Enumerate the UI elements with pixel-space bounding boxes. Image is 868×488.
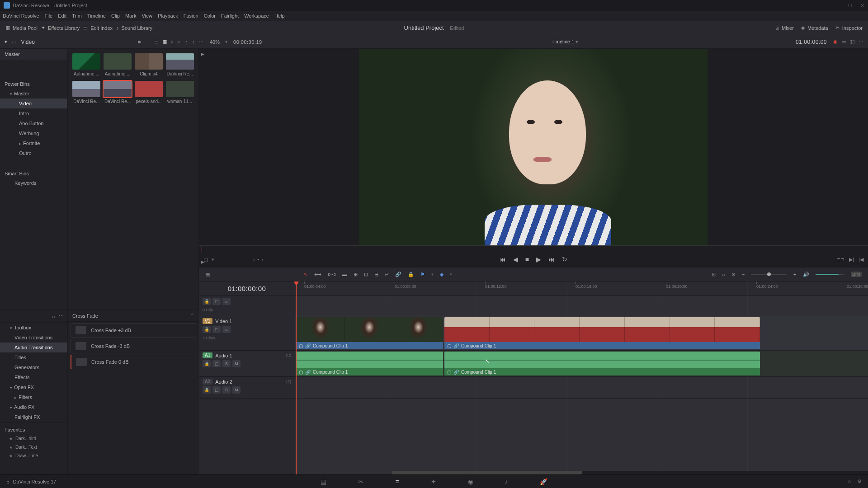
timeline-tracks[interactable]: 01:00:04:0001:00:08:0001:00:12:0001:00:1… — [295, 282, 868, 474]
flag-tool[interactable]: ⚑ — [420, 272, 425, 277]
fx-item[interactable]: Cross Fade 0 dB — [71, 355, 196, 369]
clip-v1-1[interactable]: ▢🔗Compound Clip 1 — [296, 317, 443, 349]
mixer-toggle[interactable]: ⎚Mixer — [776, 25, 794, 31]
step-fwd-button[interactable]: ⏭ — [548, 256, 555, 263]
bypass-icon[interactable]: ◉ — [833, 39, 838, 45]
clip-thumb[interactable]: Clip.mp4 — [135, 53, 163, 76]
track-v2[interactable] — [295, 296, 868, 316]
zoom-full-icon[interactable]: ⊙ — [731, 272, 736, 277]
lock-tool[interactable]: 🔒 — [408, 272, 414, 277]
auto-select-v2[interactable]: ▢ — [212, 298, 221, 305]
project-manager-icon[interactable]: ⌂ — [848, 479, 851, 484]
next-edit-icon[interactable]: › — [262, 257, 263, 262]
window-close[interactable]: ✕ — [860, 3, 864, 9]
play-button[interactable]: ▶ — [536, 256, 541, 263]
in-out-icon[interactable]: ⊏⊐ — [836, 257, 844, 263]
track-head-v2[interactable]: 🔒▢▭ 0 Clip — [199, 296, 295, 316]
menu-edit[interactable]: Edit — [58, 13, 66, 19]
options-icon[interactable]: ⋯ — [859, 39, 863, 45]
bin-dropdown[interactable]: ▾ — [5, 39, 7, 45]
clip-thumb[interactable]: Aufnahme ... — [72, 53, 101, 76]
go-in-icon[interactable]: ▶| — [849, 257, 854, 263]
viewer-image[interactable] — [359, 49, 708, 245]
metadata-toggle[interactable]: ◈Metadata — [801, 25, 828, 31]
viewer-zoom[interactable]: 40% — [210, 39, 220, 45]
go-out-icon[interactable]: |◀ — [859, 257, 863, 263]
menu-help[interactable]: Help — [274, 13, 285, 19]
media-page[interactable]: ▦ — [321, 478, 326, 485]
clip-a1-1[interactable]: ▢🔗Compound Clip 1 — [296, 352, 443, 375]
favorite-item[interactable]: Draw...Line — [0, 451, 67, 460]
bin-outro[interactable]: Outro — [0, 148, 67, 158]
inspector-toggle[interactable]: ✂Inspector — [835, 25, 863, 31]
favorite-item[interactable]: Dark...hird — [0, 434, 67, 443]
menu-davinci-resolve[interactable]: DaVinci Resolve — [3, 13, 39, 19]
mute-a2[interactable]: M — [232, 386, 241, 394]
sort-icon[interactable]: ↕ — [193, 39, 195, 45]
timeline-name-dropdown[interactable]: Timeline 1 ▾ — [552, 39, 578, 45]
menu-clip[interactable]: Clip — [111, 13, 120, 19]
step-back-button[interactable]: ◀ — [513, 256, 518, 263]
volume-icon[interactable]: 🔊 — [803, 272, 809, 277]
timeline-hscroll[interactable] — [392, 471, 868, 474]
selection-tool[interactable]: ↖ — [304, 272, 308, 277]
toolbox-section[interactable]: Toolbox — [0, 323, 67, 333]
view-list-icon[interactable]: ≡ — [170, 39, 173, 45]
bin-video[interactable]: Video — [0, 99, 67, 108]
snap-tool[interactable]: ⊡ — [712, 272, 716, 277]
effects-library-toggle[interactable]: ✦ Effects Library — [41, 25, 80, 31]
edit-page[interactable]: ≡ — [395, 478, 399, 485]
sound-library-toggle[interactable]: ♪ Sound Library — [116, 25, 152, 31]
mute-v2[interactable]: ▭ — [222, 298, 231, 305]
view-thumb-icon[interactable]: ▦ — [162, 39, 167, 45]
solo-a2[interactable]: S — [222, 386, 231, 394]
trim-tool[interactable]: ⟷ — [314, 272, 321, 277]
menu-mark[interactable]: Mark — [125, 13, 136, 19]
bin-abo-button[interactable]: Abo Button — [0, 118, 67, 128]
bin-fortnite[interactable]: Fortnite — [0, 138, 67, 148]
favorite-item[interactable]: Dark...Text — [0, 443, 67, 451]
insert-tool[interactable]: ⊞ — [354, 272, 358, 277]
menu-workspace[interactable]: Workspace — [244, 13, 269, 19]
lock-a2[interactable]: 🔒 — [203, 386, 211, 394]
clip-v1-2[interactable]: ▢🔗Compound Clip 1 — [444, 317, 760, 349]
fx-cat-video-transitions[interactable]: Video Transitions — [0, 333, 67, 343]
fx-category-header[interactable]: Cross Fade⌃ — [68, 310, 199, 322]
go-start-button[interactable]: ⏮ — [500, 256, 506, 263]
menu-color[interactable]: Color — [204, 13, 216, 19]
clip-thumb[interactable]: pexels-and... — [135, 81, 163, 104]
fx-menu-icon[interactable]: ⋯ — [59, 313, 64, 319]
dim-button[interactable]: DIM — [851, 272, 862, 277]
fx-item[interactable]: Cross Fade -3 dB — [71, 339, 196, 353]
fx-cat-titles[interactable]: Titles — [0, 352, 67, 362]
volume-slider[interactable] — [816, 274, 844, 275]
lock-v2[interactable]: 🔒 — [203, 298, 211, 305]
track-head-a2[interactable]: A2Audio 2(7) 🔒▢SM — [199, 377, 295, 399]
zoom-in-button[interactable]: + — [793, 272, 796, 277]
search-icon[interactable]: ⌕ — [177, 39, 180, 45]
menu-file[interactable]: File — [45, 13, 53, 19]
fairlight-fx-item[interactable]: Fairlight FX — [0, 412, 67, 422]
window-maximize[interactable]: ☐ — [848, 3, 852, 9]
mute-v1[interactable]: ▭ — [222, 326, 231, 333]
window-minimize[interactable]: — — [835, 3, 840, 9]
color-page[interactable]: ◉ — [468, 478, 473, 485]
solo-a1[interactable]: S — [222, 360, 231, 367]
filters-item[interactable]: Filters — [0, 392, 67, 402]
settings-icon[interactable]: ⚙ — [857, 479, 862, 484]
menu-timeline[interactable]: Timeline — [87, 13, 106, 19]
match-frame-icon[interactable]: ▢ — [203, 257, 208, 263]
openfx-section[interactable]: Open FX — [0, 382, 67, 392]
arm-a1[interactable]: ▢ — [212, 360, 221, 367]
fusion-page[interactable]: ✦ — [431, 478, 436, 485]
audiofx-section[interactable]: Audio FX — [0, 402, 67, 412]
clip-thumb[interactable]: DaVinci Re... — [72, 81, 101, 104]
link-tool[interactable]: 🔗 — [395, 272, 401, 277]
stop-button[interactable]: ■ — [525, 256, 529, 263]
mute-a1[interactable]: M — [232, 360, 241, 367]
filter-icon[interactable]: ⋮ — [184, 39, 189, 45]
blade-tool[interactable]: ▬ — [342, 272, 347, 277]
master-root[interactable]: Master — [0, 49, 67, 60]
marker-tool[interactable]: ◆ — [440, 272, 443, 277]
fx-cat-audio-transitions[interactable]: Audio Transitions — [0, 343, 67, 352]
